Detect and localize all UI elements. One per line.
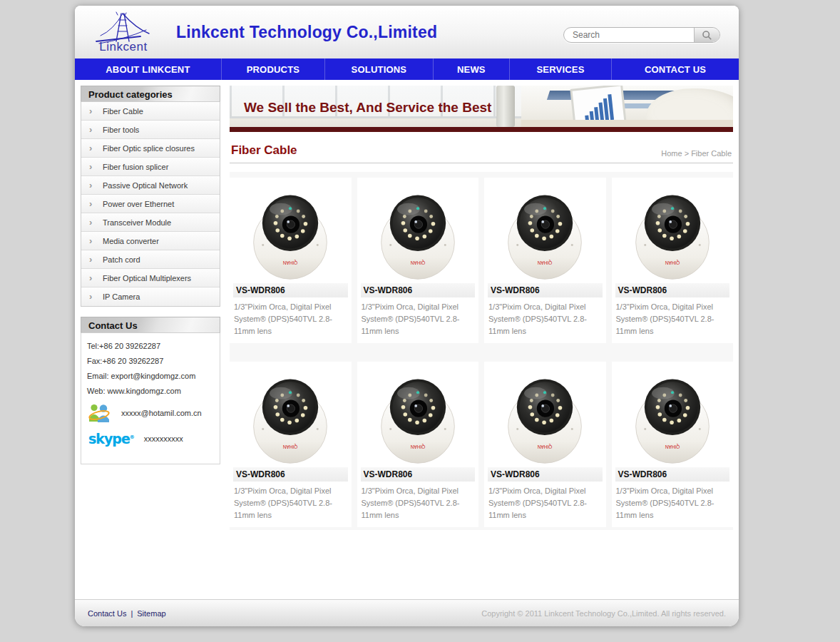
product-description: 1/3"Pixim Orca, Digital Pixel System® (D… bbox=[361, 297, 476, 337]
product-name[interactable]: VS-WDR806 bbox=[233, 467, 348, 482]
chevron-right-icon: › bbox=[89, 158, 92, 176]
page-card: Linkcent Linkcent Technology Co.,Limited… bbox=[75, 6, 739, 626]
sidebar-category-item[interactable]: › Patch cord bbox=[81, 250, 220, 269]
dome-camera-image: QIHAN bbox=[495, 181, 595, 281]
product-image[interactable]: QIHAN bbox=[488, 179, 603, 283]
nav-item[interactable]: ABOUT LINKCENT bbox=[75, 58, 221, 80]
breadcrumb-separator: > bbox=[682, 149, 692, 158]
sidebar-category-item[interactable]: › Fiber Cable bbox=[81, 102, 220, 121]
footer-separator: | bbox=[130, 609, 133, 618]
product-name[interactable]: VS-WDR806 bbox=[233, 283, 348, 297]
product-name[interactable]: VS-WDR806 bbox=[488, 283, 603, 297]
breadcrumb-home-link[interactable]: Home bbox=[661, 149, 682, 158]
product-name[interactable]: VS-WDR806 bbox=[615, 467, 730, 482]
footer-sitemap-link[interactable]: Sitemap bbox=[137, 609, 165, 618]
product-card[interactable]: QIHAN VS-WDR806 1/3"Pixim Orca, Digital … bbox=[484, 178, 606, 343]
product-card[interactable]: QIHAN VS-WDR806 1/3"Pixim Orca, Digital … bbox=[484, 362, 606, 527]
content-area: Product categories › Fiber Cable › Fiber… bbox=[75, 80, 739, 599]
banner-window-sill bbox=[230, 116, 521, 118]
sidebar-category-item[interactable]: › Passive Optical Network bbox=[81, 176, 220, 195]
category-label: Media converter bbox=[103, 237, 159, 245]
product-card[interactable]: QIHAN VS-WDR806 1/3"Pixim Orca, Digital … bbox=[612, 178, 734, 343]
sidebar-category-item[interactable]: › Fiber fusion splicer bbox=[81, 158, 220, 176]
chevron-right-icon: › bbox=[89, 269, 92, 287]
logo[interactable]: Linkcent bbox=[85, 10, 162, 54]
sidebar-category-item[interactable]: › IP Camera bbox=[81, 287, 220, 306]
product-name[interactable]: VS-WDR806 bbox=[361, 467, 476, 482]
product-name[interactable]: VS-WDR806 bbox=[615, 283, 730, 297]
nav-item[interactable]: PRODUCTS bbox=[221, 58, 324, 80]
search-icon bbox=[702, 30, 712, 41]
dome-camera-image: QIHAN bbox=[240, 181, 340, 281]
nav-item[interactable]: NEWS bbox=[433, 58, 509, 80]
product-card[interactable]: QIHAN VS-WDR806 1/3"Pixim Orca, Digital … bbox=[612, 362, 734, 527]
category-label: IP Camera bbox=[103, 292, 140, 301]
product-image[interactable]: QIHAN bbox=[233, 179, 348, 283]
camera-brand-mark: QIHAN bbox=[538, 444, 553, 449]
sidebar-category-item[interactable]: › Power over Ethernet bbox=[81, 195, 220, 213]
footer-contact-link[interactable]: Contact Us bbox=[88, 609, 126, 618]
breadcrumb-current: Fiber Cable bbox=[691, 149, 732, 158]
sidebar-category-item[interactable]: › Fiber Optical Multiplexers bbox=[81, 269, 220, 287]
banner-pillar bbox=[496, 86, 515, 127]
chevron-right-icon: › bbox=[89, 287, 92, 306]
search-box bbox=[563, 27, 720, 43]
contact-us-header: Contact Us bbox=[81, 317, 220, 333]
product-description: 1/3"Pixim Orca, Digital Pixel System® (D… bbox=[233, 482, 348, 521]
site-title: Linkcent Technology Co.,Limited bbox=[176, 23, 437, 42]
search-input[interactable] bbox=[564, 28, 694, 42]
main-content: We Sell the Best, And Service the Best F… bbox=[230, 86, 733, 593]
camera-brand-mark: QIHAN bbox=[410, 260, 425, 265]
product-categories-header: Product categories bbox=[81, 86, 220, 102]
chevron-right-icon: › bbox=[89, 102, 92, 121]
breadcrumb: Home > Fiber Cable bbox=[661, 149, 732, 158]
chevron-right-icon: › bbox=[89, 232, 92, 250]
chevron-right-icon: › bbox=[89, 121, 92, 139]
dome-camera-image: QIHAN bbox=[623, 181, 722, 281]
banner-desk bbox=[521, 120, 733, 127]
product-description: 1/3"Pixim Orca, Digital Pixel System® (D… bbox=[233, 297, 348, 337]
contact-us-body: Tel:+86 20 39262287 Fax:+86 20 39262287 … bbox=[81, 333, 220, 464]
nav-item[interactable]: SOLUTIONS bbox=[324, 58, 433, 80]
msn-messenger-icon bbox=[87, 402, 113, 424]
sidebar-category-item[interactable]: › Fiber tools bbox=[81, 121, 220, 139]
product-image[interactable]: QIHAN bbox=[361, 363, 476, 467]
product-card[interactable]: QIHAN VS-WDR806 1/3"Pixim Orca, Digital … bbox=[357, 178, 479, 343]
nav-item[interactable]: SERVICES bbox=[509, 58, 611, 80]
dome-camera-image: QIHAN bbox=[240, 365, 340, 465]
product-card[interactable]: QIHAN VS-WDR806 1/3"Pixim Orca, Digital … bbox=[230, 362, 352, 527]
category-list: › Fiber Cable › Fiber tools › Fiber Opti… bbox=[81, 102, 220, 307]
product-card[interactable]: QIHAN VS-WDR806 1/3"Pixim Orca, Digital … bbox=[357, 362, 479, 527]
footer-links: Contact Us|Sitemap bbox=[88, 609, 166, 618]
contact-line: Email: export@kingdomgz.com bbox=[87, 372, 214, 380]
camera-brand-mark: QIHAN bbox=[283, 260, 298, 265]
msn-row: xxxxx@hotamil.com.cn bbox=[87, 402, 214, 424]
product-name[interactable]: VS-WDR806 bbox=[488, 467, 603, 482]
dome-camera-image: QIHAN bbox=[368, 181, 468, 281]
product-description: 1/3"Pixim Orca, Digital Pixel System® (D… bbox=[615, 297, 730, 337]
product-image[interactable]: QIHAN bbox=[615, 363, 730, 467]
category-label: Fiber fusion splicer bbox=[103, 163, 168, 171]
msn-id: xxxxx@hotamil.com.cn bbox=[121, 409, 202, 417]
dome-camera-image: QIHAN bbox=[495, 365, 595, 465]
nav-item[interactable]: CONTACT US bbox=[611, 58, 739, 80]
main-nav: ABOUT LINKCENT PRODUCTS SOLUTIONS NEWS S… bbox=[75, 58, 739, 80]
sidebar-category-item[interactable]: › Transceiver Module bbox=[81, 213, 220, 232]
category-label: Fiber Optic splice closures bbox=[103, 144, 195, 153]
camera-brand-mark: QIHAN bbox=[538, 260, 553, 265]
product-description: 1/3"Pixim Orca, Digital Pixel System® (D… bbox=[361, 482, 476, 521]
category-label: Patch cord bbox=[103, 255, 140, 264]
product-image[interactable]: QIHAN bbox=[615, 179, 730, 283]
chevron-right-icon: › bbox=[89, 176, 92, 195]
skype-row: skype® xxxxxxxxxx bbox=[87, 431, 214, 447]
product-image[interactable]: QIHAN bbox=[233, 363, 348, 467]
search-button[interactable] bbox=[694, 28, 719, 42]
chevron-right-icon: › bbox=[89, 250, 92, 269]
product-image[interactable]: QIHAN bbox=[361, 179, 476, 283]
product-image[interactable]: QIHAN bbox=[488, 363, 603, 467]
product-name[interactable]: VS-WDR806 bbox=[361, 283, 476, 297]
sidebar-category-item[interactable]: › Media converter bbox=[81, 232, 220, 250]
product-card[interactable]: QIHAN VS-WDR806 1/3"Pixim Orca, Digital … bbox=[230, 178, 352, 343]
sidebar-category-item[interactable]: › Fiber Optic splice closures bbox=[81, 139, 220, 158]
chevron-right-icon: › bbox=[89, 195, 92, 213]
